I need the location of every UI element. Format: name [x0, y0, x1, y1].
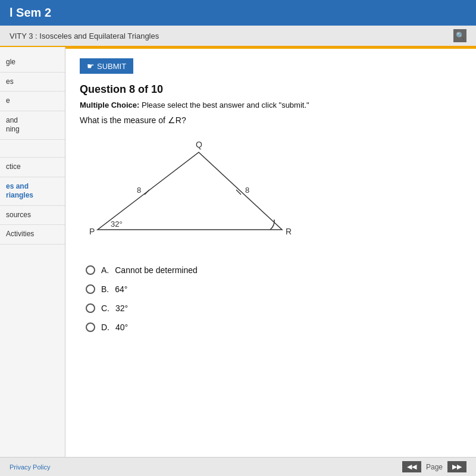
choice-d-text: 40°	[115, 322, 128, 332]
svg-text:R: R	[286, 227, 292, 236]
radio-d[interactable]	[86, 322, 95, 332]
choice-a-letter: A.	[101, 265, 109, 275]
sidebar-item-and-ning[interactable]: andning	[0, 111, 65, 140]
sidebar-item-ctice[interactable]: ctice	[0, 158, 65, 177]
sidebar-item-angle[interactable]: gle	[0, 53, 65, 73]
header-bar: l Sem 2	[0, 0, 476, 26]
breadcrumb-text: VITY 3 : Isosceles and Equilateral Trian…	[10, 32, 159, 40]
choice-c-text: 32°	[115, 303, 128, 313]
privacy-policy-link[interactable]: Privacy Policy	[10, 464, 50, 471]
hand-icon: ☛	[87, 61, 95, 71]
choice-b-letter: B.	[101, 284, 109, 294]
svg-text:8: 8	[245, 186, 249, 195]
angle-symbol: ∠R?	[168, 115, 186, 125]
content-panel: ☛ SUBMIT Question 8 of 10 Multiple Choic…	[65, 47, 476, 457]
sidebar-item-triangles[interactable]: es andriangles	[0, 177, 65, 206]
svg-text:Q: Q	[196, 140, 202, 149]
prev-page-button[interactable]: ◀◀	[402, 461, 421, 472]
svg-text:P: P	[89, 227, 95, 236]
sidebar-item-blank[interactable]	[0, 140, 65, 158]
page-nav: ◀◀ Page ▶▶	[402, 461, 466, 472]
main-content: gle es e andning ctice es andriangles so…	[0, 47, 476, 457]
submit-label: SUBMIT	[97, 62, 126, 71]
sidebar-item-es[interactable]: es	[0, 73, 65, 92]
page-label: Page	[426, 463, 443, 471]
svg-line-7	[145, 190, 149, 195]
answer-choices: A. Cannot be determined B. 64° C. 32° D.…	[86, 265, 462, 332]
question-text: What is the measure of ∠R?	[80, 115, 462, 125]
radio-b[interactable]	[86, 284, 95, 294]
breadcrumb-bar: VITY 3 : Isosceles and Equilateral Trian…	[0, 26, 476, 47]
choice-c-letter: C.	[101, 303, 109, 313]
question-title: Question 8 of 10	[80, 83, 462, 96]
choice-b-text: 64°	[115, 284, 127, 294]
svg-text:8: 8	[137, 186, 141, 195]
question-instruction: Multiple Choice: Please select the best …	[80, 101, 462, 109]
sidebar-item-sources[interactable]: sources	[0, 206, 65, 226]
choice-a[interactable]: A. Cannot be determined	[86, 265, 462, 275]
svg-marker-0	[98, 152, 282, 230]
choice-a-text: Cannot be determined	[115, 265, 198, 275]
svg-text:32°: 32°	[111, 220, 123, 228]
search-icon[interactable]: 🔍	[453, 29, 466, 42]
instruction-bold: Multiple Choice:	[80, 101, 139, 109]
sidebar: gle es e andning ctice es andriangles so…	[0, 47, 65, 457]
next-page-button[interactable]: ▶▶	[447, 461, 466, 472]
radio-a[interactable]	[86, 265, 95, 275]
choice-c[interactable]: C. 32°	[86, 303, 462, 313]
submit-button[interactable]: ☛ SUBMIT	[80, 58, 133, 74]
instruction-rest: Please select the best answer and click …	[139, 101, 309, 109]
choice-d[interactable]: D. 40°	[86, 322, 462, 332]
triangle-diagram: P Q R 8 8 32°	[80, 134, 306, 253]
choice-b[interactable]: B. 64°	[86, 284, 462, 294]
bottom-bar: Privacy Policy ◀◀ Page ▶▶	[0, 457, 476, 476]
header-title: l Sem 2	[10, 6, 51, 19]
sidebar-item-e[interactable]: e	[0, 92, 65, 111]
choice-d-letter: D.	[101, 322, 109, 332]
sidebar-item-activities[interactable]: Activities	[0, 225, 65, 245]
radio-c[interactable]	[86, 303, 95, 313]
